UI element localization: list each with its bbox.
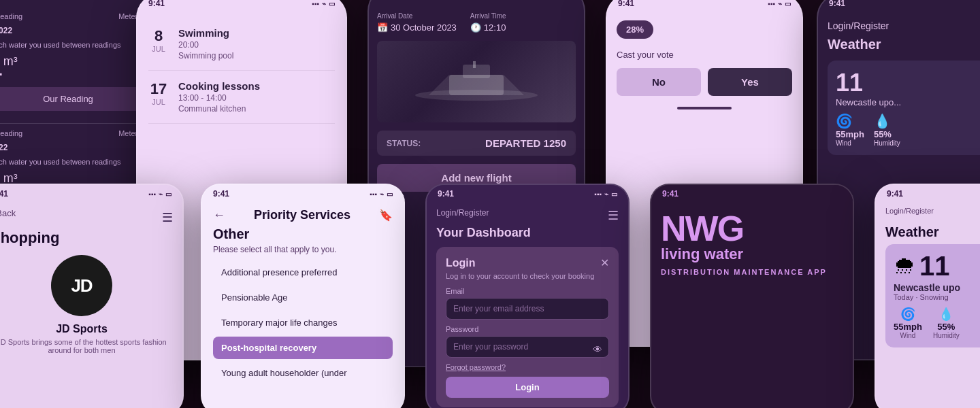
battery-icon-7: ▭: [387, 190, 393, 198]
ps-item-5[interactable]: Young adult householder (under: [213, 362, 393, 384]
brand-name: JD Sports: [0, 323, 173, 335]
status-val: DEPARTED 1250: [485, 137, 566, 149]
wind-icon: 🌀: [894, 307, 922, 322]
schedule-info-2: Cooking lessons 13:00 - 14:00 Communal k…: [178, 80, 260, 114]
weather-today: Today · Snowing: [894, 293, 980, 301]
cast-vote-label: Cast your vote: [617, 50, 792, 60]
wifi-icon-3: ⌁: [560, 0, 564, 1]
schedule-title-2: Cooking lessons: [178, 80, 260, 92]
weather-nav-label[interactable]: Login/Register: [885, 207, 934, 222]
vote-percent: 28%: [617, 20, 653, 39]
email-input[interactable]: [446, 298, 609, 320]
battery-icon-8: ▭: [611, 190, 617, 198]
wifi-icon-8: ⌁: [604, 190, 608, 198]
wifi-icon-4: ⌁: [778, 0, 782, 7]
status-bar-5: 9:41 ▪▪▪: [818, 0, 980, 11]
forgot-password-link[interactable]: Forgot password?: [446, 363, 609, 371]
humidity-label-preview: Humidity: [874, 139, 900, 147]
time-9: 9:41: [662, 189, 679, 199]
ps-item-3[interactable]: Temporary major life changes: [213, 311, 393, 334]
ship-image: [377, 41, 576, 122]
back-button[interactable]: ‹ Back: [0, 208, 16, 218]
wind-label-preview: Wind: [836, 139, 864, 147]
weather-temp-row: 🌨 11: [894, 252, 980, 279]
status-bar-6: 9:41 ▪▪▪ ⌁ ▭: [0, 185, 182, 201]
signal-icon-2: ▪▪▪: [312, 0, 319, 7]
nwg-subtitle: living water: [661, 246, 843, 262]
humidity-stat: 💧 55% Humidity: [933, 307, 960, 339]
weather-stats-preview: 🌀 55mph Wind 💧 55% Humidity: [836, 113, 980, 147]
password-row: 👁: [446, 336, 609, 363]
eye-icon[interactable]: 👁: [593, 344, 602, 355]
hamburger-icon-8[interactable]: ☰: [608, 208, 619, 223]
status-bar-10: 9:41 ▪▪▪ ⌁ ▭ 10%: [876, 185, 980, 201]
weather-title: Weather: [885, 224, 980, 240]
time-10: 9:41: [887, 189, 903, 199]
signal-icon-6: ▪▪▪: [148, 190, 156, 198]
schedule-title-1: Swimming: [178, 27, 233, 39]
status-bar-9: 9:41: [651, 185, 853, 201]
login-subtitle: Log in to your account to check your boo…: [446, 272, 609, 280]
humidity-val-preview: 55%: [874, 129, 900, 139]
dashboard-title: Your Dashboard: [436, 226, 619, 240]
partial-label: Login/Register: [828, 20, 980, 31]
weather-temp: 11: [919, 252, 950, 279]
signal-icon-8: ▪▪▪: [594, 190, 602, 198]
bottom-bar: [677, 107, 732, 109]
ps-item-1[interactable]: Additional presence preferred: [213, 261, 393, 284]
ps-header: ← Priority Services 🔖: [213, 208, 393, 222]
status-bar-7: 9:41 ▪▪▪ ⌁ ▭: [202, 185, 404, 201]
login-modal: Login ✕ Log in to your account to check …: [436, 247, 619, 407]
shopping-title: Shopping: [0, 229, 173, 247]
flight-content: Arrival Date 📅 30 October 2023 Arrival T…: [369, 4, 584, 200]
status-bar-8: 9:41 ▪▪▪ ⌁ ▭: [427, 185, 628, 201]
ps-subtitle: Other: [213, 226, 393, 242]
ps-item-2[interactable]: Pensionable Age: [213, 286, 393, 309]
schedule-item-1: 8 Jul Swimming 20:00 Swimming pool: [148, 18, 335, 71]
shopping-content: ‹ Back ☰ Shopping JD JD Sports JD Sports…: [0, 201, 182, 361]
email-label: Email: [446, 287, 609, 295]
battery-icon-3: ▭: [567, 0, 573, 1]
signal-icon-3: ▪▪▪: [550, 0, 557, 1]
date-val-1: 19/12/2022: [0, 26, 12, 35]
status-icons-2: ▪▪▪ ⌁ ▭: [312, 0, 335, 7]
ship-svg: [408, 61, 544, 102]
city-preview: Newcastle upo...: [836, 97, 980, 107]
ps-item-4[interactable]: Post-hospital recovery: [213, 337, 393, 359]
login-nav-label[interactable]: Login/Register: [436, 208, 489, 223]
yes-button[interactable]: Yes: [708, 68, 792, 96]
weather-card: 🌨 11 Newcastle upo Today · Snowing 🌀 55m…: [885, 244, 980, 347]
weather-nav: Login/Register ☰: [885, 207, 980, 222]
schedule-time-1: 20:00: [178, 40, 233, 50]
no-button[interactable]: No: [617, 68, 701, 96]
schedule-month-1: Jul: [148, 45, 169, 53]
status-bar-2: 9:41 ▪▪▪ ⌁ ▭: [137, 0, 346, 11]
time-3: 9:41: [380, 0, 396, 1]
partial-title: Weather: [828, 37, 980, 52]
svg-rect-3: [473, 61, 476, 68]
ps-back-button[interactable]: ←: [213, 208, 225, 222]
calendar-icon: 📅: [377, 22, 388, 33]
vote-buttons: No Yes: [617, 68, 792, 96]
login-submit-button[interactable]: Login: [446, 377, 609, 398]
humidity-icon: 💧: [933, 307, 960, 322]
battery-icon-4: ▭: [785, 0, 791, 7]
wind-val: 55mph: [894, 322, 922, 332]
ps-icon: 🔖: [379, 209, 393, 222]
password-input[interactable]: [446, 336, 609, 358]
partial-content: Login/Register Weather 11 Newcastle upo.…: [818, 11, 980, 165]
status-icons-6: ▪▪▪ ⌁ ▭: [148, 190, 172, 198]
login-nav: Login/Register ☰: [436, 208, 619, 223]
schedule-month-2: Jul: [148, 98, 169, 106]
menu-icon[interactable]: ☰: [162, 210, 173, 225]
login-close-button[interactable]: ✕: [600, 256, 609, 269]
phone-weather: 9:41 ▪▪▪ ⌁ ▭ 10% Login/Register ☰ Weathe…: [875, 184, 980, 408]
screen-grid: 9:41 ▪▪▪ ⌁ ▭ Date of reading Meter readi…: [0, 0, 980, 408]
schedule-date-1: 8 Jul: [148, 27, 169, 53]
status-icons-7: ▪▪▪ ⌁ ▭: [370, 190, 393, 198]
nwg-content: NWG living water DISTRIBUTION MAINTENANC…: [651, 201, 853, 286]
login-modal-title: Login: [446, 257, 476, 269]
time-8: 9:41: [438, 189, 454, 199]
status-icons-4: ▪▪▪ ⌁ ▭: [768, 0, 791, 7]
schedule-day-1: 8: [148, 27, 169, 45]
